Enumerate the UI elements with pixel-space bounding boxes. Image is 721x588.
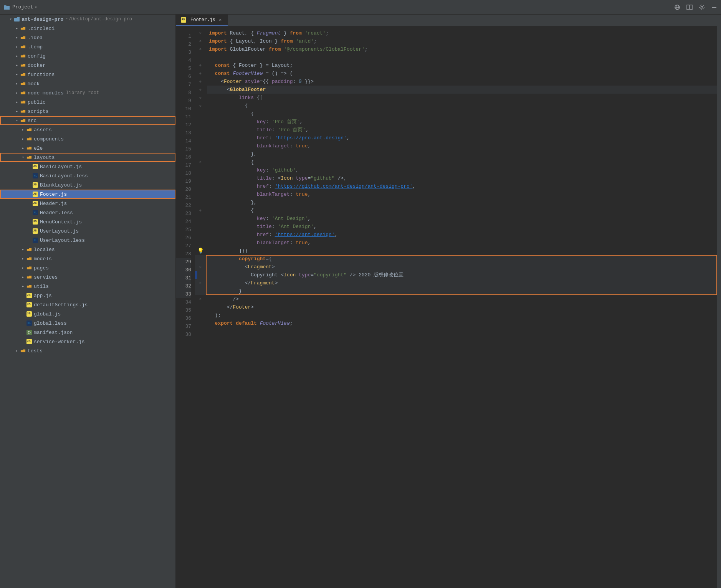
gutter-29 [195,255,206,263]
sidebar-item-services[interactable]: services [0,273,175,282]
fold-7: ⊖ [199,79,201,84]
fold-6[interactable]: ⊖ [199,71,201,76]
sidebar-item-userlayout-less[interactable]: KL UserLayout.less [0,236,175,245]
userlayout-js-label: UserLayout.js [40,228,79,234]
code-line-15: blankTarget: true, [207,142,717,150]
code-line-20: href: 'https://github.com/ant-design/ant… [207,182,717,190]
fold-3[interactable]: ⊖ [199,47,201,51]
gutter-36 [195,311,206,319]
code-line-36: ); [207,311,717,319]
sidebar-item-scripts[interactable]: scripts [0,107,175,116]
tab-footer-js[interactable]: JS Footer.js ✕ [176,15,228,26]
code-line-8: <GlobalFooter [207,86,717,94]
root-path: ~/Desktop/ant-design-pro [66,17,132,22]
fold-2[interactable]: ⊖ [199,39,201,43]
code-line-35: </Footer> [207,303,717,311]
fold-17: ⊖ [199,160,201,164]
sidebar-item-header-js[interactable]: JS Header.js [0,199,175,208]
gutter-17: ⊖ [195,158,206,166]
code-line-14: href: 'https://pro.ant.design', [207,134,717,142]
sidebar-item-global-js[interactable]: JS global.js [0,309,175,319]
sidebar-item-manifest-json[interactable]: {} manifest.json [0,328,175,337]
tree-root[interactable]: ant-design-pro ~/Desktop/ant-design-pro [0,15,175,24]
sidebar-item-e2e[interactable]: e2e [0,144,175,153]
idea-arrow [14,35,20,41]
defaultsettings-js-icon: JS [26,302,32,308]
lightbulb-icon[interactable]: 💡 [197,248,204,254]
fold-30: ⊖ [199,265,201,269]
sidebar-item-public[interactable]: public [0,97,175,107]
scripts-label: scripts [28,109,49,114]
tab-bar: JS Footer.js ✕ [176,15,721,26]
gutter-6: ⊖ [195,69,206,78]
fold-1[interactable]: ⊖ [199,31,201,35]
gutter-13 [195,126,206,134]
menucontext-js-label: MenuContext.js [40,219,82,225]
sidebar-item-idea[interactable]: .idea [0,33,175,42]
gutter-3: ⊖ [195,45,206,53]
sidebar-item-userlayout-js[interactable]: JS UserLayout.js [0,226,175,236]
sidebar-item-utils[interactable]: utils [0,282,175,291]
sidebar-item-mock[interactable]: mock [0,79,175,88]
fold-5[interactable]: ⊖ [199,63,201,68]
sidebar-item-basiclayout-less[interactable]: KL BasicLayout.less [0,171,175,180]
sidebar-item-src[interactable]: src [0,116,175,125]
sidebar-item-footer-js[interactable]: JS Footer.js [0,190,175,199]
gutter-35 [195,303,206,311]
code-line-24: key: 'Ant Design', [207,215,717,223]
sidebar-item-global-less[interactable]: KL global.less [0,319,175,328]
public-label: public [28,99,46,105]
node-modules-folder-icon [20,90,26,96]
tab-close-button[interactable]: ✕ [218,17,223,23]
vertical-scrollbar[interactable] [717,26,721,588]
sidebar-item-service-worker-js[interactable]: JS service-worker.js [0,337,175,346]
sidebar-item-tests[interactable]: tests [0,346,175,355]
file-tree[interactable]: ant-design-pro ~/Desktop/ant-design-pro … [0,15,176,588]
scripts-arrow [14,108,20,114]
sidebar-item-node-modules[interactable]: node_modules library root [0,88,175,97]
sidebar-item-temp[interactable]: .temp [0,42,175,51]
sidebar-item-layouts[interactable]: layouts [0,153,175,162]
public-folder-icon [20,99,26,105]
code-line-11: { [207,110,717,118]
components-label: components [34,136,64,142]
gutter-12 [195,118,206,126]
sidebar-item-pages[interactable]: pages [0,263,175,273]
gutter-21 [195,190,206,198]
sidebar-item-docker[interactable]: docker [0,61,175,70]
globe-icon[interactable] [674,4,680,10]
services-label: services [34,274,58,280]
header-less-label: Header.less [40,210,73,216]
scripts-folder-icon [20,108,26,114]
code-content[interactable]: import React, { Fragment } from 'react';… [206,26,717,588]
sidebar-item-menucontext-js[interactable]: JS MenuContext.js [0,217,175,226]
minimize-icon[interactable] [711,4,717,10]
project-title[interactable]: Project ▾ [12,4,37,10]
sidebar-item-basiclayout-js[interactable]: JS BasicLayout.js [0,162,175,171]
svg-rect-4 [690,5,692,10]
gear-icon[interactable] [699,4,705,10]
services-arrow [20,274,26,280]
sidebar-item-defaultsettings-js[interactable]: JS defaultSettings.js [0,300,175,309]
sidebar-item-header-less[interactable]: KL Header.less [0,208,175,217]
sidebar-item-components[interactable]: components [0,134,175,144]
sidebar-item-app-js[interactable]: JS app.js [0,291,175,300]
service-worker-js-label: service-worker.js [34,339,85,345]
sidebar-item-config[interactable]: config [0,51,175,61]
code-line-16: }, [207,150,717,158]
split-icon[interactable] [686,4,693,10]
title-bar-left: Project ▾ [4,4,37,10]
service-worker-js-icon: JS [26,339,32,345]
sidebar-item-functions[interactable]: functions [0,70,175,79]
code-line-25: title: 'Ant Design', [207,223,717,231]
docker-label: docker [28,63,46,68]
circleci-arrow [14,25,20,31]
sidebar-item-blanklayout-js[interactable]: JS BlankLayout.js [0,180,175,190]
sidebar-item-assets[interactable]: assets [0,125,175,134]
root-arrow [8,16,14,22]
gutter-22 [195,198,206,206]
sidebar-item-models[interactable]: models [0,254,175,263]
models-folder-icon [26,256,32,262]
sidebar-item-locales[interactable]: locales [0,245,175,254]
sidebar-item-circleci[interactable]: .circleci [0,24,175,33]
